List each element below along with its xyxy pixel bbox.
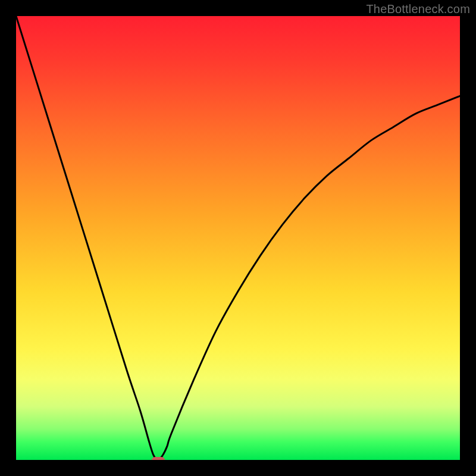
minimum-marker [152, 457, 165, 461]
watermark-text: TheBottleneck.com [366, 2, 470, 16]
chart-frame: TheBottleneck.com [0, 0, 476, 476]
bottleneck-curve [16, 16, 460, 460]
plot-area [16, 16, 460, 460]
